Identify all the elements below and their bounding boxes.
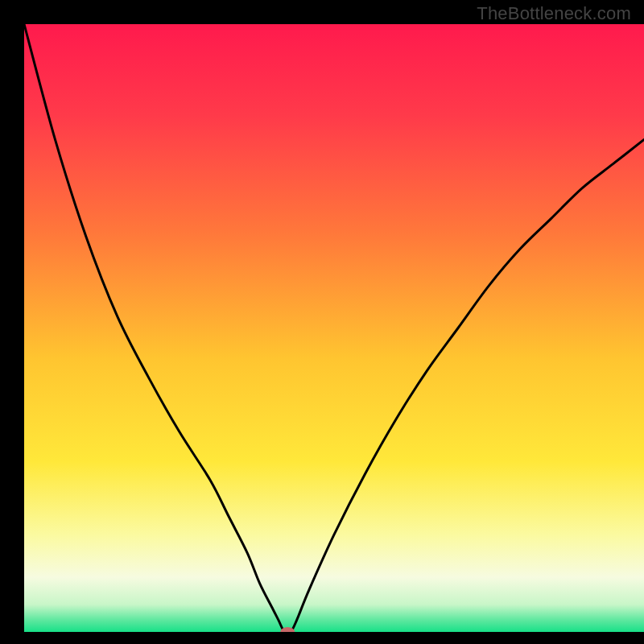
watermark-text: TheBottleneck.com <box>477 3 631 24</box>
gradient-background <box>24 24 644 632</box>
bottleneck-chart <box>0 0 644 644</box>
optimal-point-marker <box>280 627 295 637</box>
chart-container: TheBottleneck.com <box>0 0 644 644</box>
